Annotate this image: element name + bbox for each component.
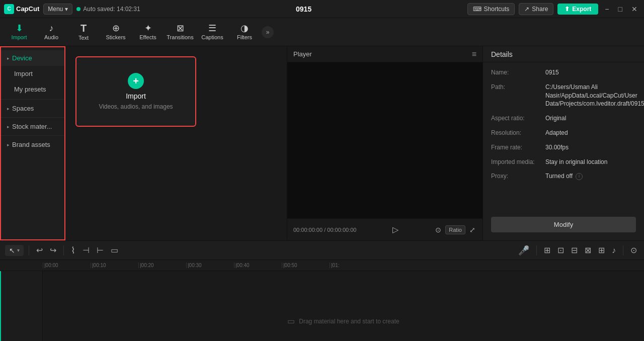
toolbar-audio[interactable]: ♪ Audio xyxy=(36,20,66,44)
audio-mix-button[interactable]: ♪ xyxy=(610,245,618,256)
cursor-tool[interactable]: ↖ ▾ xyxy=(5,245,24,256)
timeline-sep-2 xyxy=(63,245,64,255)
sidebar-brand-label: Brand assets xyxy=(12,141,50,148)
timeline-tracks-header xyxy=(0,271,43,341)
player-right-controls: ⊙ Ratio ⤢ xyxy=(434,225,476,234)
timeline-body: ▭ Drag material here and start to create xyxy=(0,271,644,341)
text-icon: T xyxy=(80,23,87,33)
export-button[interactable]: ⬆ Export xyxy=(557,4,598,15)
ruler-mark-20: |00:20 xyxy=(138,263,186,268)
detail-resolution-label: Resolution: xyxy=(491,129,541,136)
sidebar-stock-label: Stock mater... xyxy=(12,123,52,130)
toolbar-transitions[interactable]: ⊠ Transitions xyxy=(165,20,195,44)
toolbar-text-label: Text xyxy=(78,35,89,41)
maximize-button[interactable]: □ xyxy=(616,4,625,14)
player-menu-icon[interactable]: ≡ xyxy=(472,50,476,59)
detail-imported-value: Stay in original location xyxy=(545,158,636,166)
detail-name-label: Name: xyxy=(491,68,541,76)
split-button[interactable]: ⌇ xyxy=(69,244,77,257)
keyboard-icon: ⌨ xyxy=(473,6,481,13)
ratio-button[interactable]: Ratio xyxy=(445,225,465,234)
transitions-icon: ⊠ xyxy=(177,24,184,33)
undo-button[interactable]: ↩ xyxy=(34,244,45,256)
detail-aspect: Aspect ratio: Original xyxy=(491,114,636,123)
share-label: Share xyxy=(532,6,548,13)
toolbar-import-label: Import xyxy=(11,34,27,40)
toolbar-import[interactable]: ⬇ Import xyxy=(4,20,34,44)
title-bar-right: ⌨ Shortcuts ↗ Share ⬆ Export − □ ✕ xyxy=(467,3,640,15)
close-button[interactable]: ✕ xyxy=(629,4,640,14)
sidebar-section-device: ▸ Device Import My presets xyxy=(1,49,64,98)
link-button[interactable]: ⊟ xyxy=(569,244,580,256)
timeline-sep-3 xyxy=(536,245,537,255)
main-area: ▸ Device Import My presets ▸ Spaces ▸ St… xyxy=(0,46,644,240)
record-button[interactable]: ⊙ xyxy=(434,226,442,234)
captions-icon: ☰ xyxy=(208,24,216,33)
detail-path-value: C:/Users/Usman Ali Nasir/AppData/Local/C… xyxy=(545,83,644,108)
sidebar-item-import[interactable]: Import xyxy=(1,66,64,81)
detail-imported-label: Imported media: xyxy=(491,158,541,165)
toolbar-stickers[interactable]: ⊕ Stickers xyxy=(101,20,131,44)
sidebar-divider-1 xyxy=(1,99,64,100)
detail-name-value: 0915 xyxy=(545,68,636,77)
align-button[interactable]: ⊠ xyxy=(583,244,593,256)
player-header: Player ≡ xyxy=(287,46,482,62)
toolbar-more-button[interactable]: » xyxy=(262,26,274,38)
minimize-button[interactable]: − xyxy=(602,4,611,14)
timeline-drag-hint: ▭ Drag material here and start to create xyxy=(287,316,399,326)
player-screen xyxy=(287,62,482,218)
ruler-mark-50: |00:50 xyxy=(282,263,330,268)
import-drop-zone[interactable]: + Import Videos, audios, and images xyxy=(75,56,196,127)
snap-button[interactable]: ⊞ xyxy=(542,244,552,256)
player-controls: 00:00:00:00 / 00:00:00:00 ▷ ⊙ Ratio ⤢ xyxy=(287,218,482,240)
sidebar-item-brand-assets[interactable]: ▸ Brand assets xyxy=(1,137,64,152)
shortcuts-button[interactable]: ⌨ Shortcuts xyxy=(467,3,515,15)
trim-right-button[interactable]: ⊢ xyxy=(95,244,106,256)
sidebar-divider-3 xyxy=(1,135,64,136)
menu-chevron-icon: ▾ xyxy=(65,6,68,13)
detail-aspect-value: Original xyxy=(545,114,636,123)
menu-label: Menu xyxy=(48,6,63,13)
detail-framerate-value: 30.00fps xyxy=(545,143,636,152)
detail-proxy-value: Turned off i xyxy=(545,172,636,181)
sidebar-item-spaces[interactable]: ▸ Spaces xyxy=(1,101,64,116)
settings-button[interactable]: ⊙ xyxy=(628,244,639,256)
detail-framerate-label: Frame rate: xyxy=(491,143,541,151)
timeline-tracks[interactable]: ▭ Drag material here and start to create xyxy=(43,271,644,341)
sidebar-item-my-presets[interactable]: My presets xyxy=(1,81,64,97)
fullscreen-button[interactable]: ⤢ xyxy=(468,226,476,234)
toolbar-text[interactable]: T Text xyxy=(68,20,99,44)
app-name: CapCut xyxy=(16,5,39,13)
play-button[interactable]: ▷ xyxy=(392,225,398,234)
grid-button[interactable]: ⊞ xyxy=(596,244,607,256)
cursor-chevron: ▾ xyxy=(17,247,20,253)
detail-path: Path: C:/Users/Usman Ali Nasir/AppData/L… xyxy=(491,83,636,108)
share-icon: ↗ xyxy=(524,6,529,13)
player-time-total: 00:00:00:00 xyxy=(327,227,356,233)
toolbar-effects[interactable]: ✦ Effects xyxy=(133,20,163,44)
proxy-info-icon[interactable]: i xyxy=(576,173,583,180)
sidebar-item-device[interactable]: ▸ Device xyxy=(1,50,64,66)
trim-left-button[interactable]: ⊣ xyxy=(80,244,92,256)
crop-button[interactable]: ▭ xyxy=(109,244,120,256)
toolbar-transitions-label: Transitions xyxy=(167,34,193,40)
share-button[interactable]: ↗ Share xyxy=(519,3,553,15)
detail-name: Name: 0915 xyxy=(491,68,636,77)
sidebar-arrow-spaces: ▸ xyxy=(7,106,10,111)
toolbar-captions[interactable]: ☰ Captions xyxy=(197,20,227,44)
toolbar-filters[interactable]: ◑ Filters xyxy=(229,20,260,44)
redo-button[interactable]: ↪ xyxy=(48,244,58,256)
ripple-button[interactable]: ⊡ xyxy=(555,244,566,256)
title-bar: C CapCut Menu ▾ Auto saved: 14:02:31 091… xyxy=(0,0,644,18)
mic-button[interactable]: 🎤 xyxy=(516,244,531,257)
player-title: Player xyxy=(293,50,312,58)
sidebar-arrow-stock: ▸ xyxy=(7,124,10,129)
modify-button[interactable]: Modify xyxy=(491,217,636,232)
drag-hint-icon: ▭ xyxy=(287,316,295,326)
detail-framerate: Frame rate: 30.00fps xyxy=(491,143,636,152)
more-icon: » xyxy=(266,29,270,36)
sidebar-arrow-device: ▸ xyxy=(7,56,10,61)
menu-button[interactable]: Menu ▾ xyxy=(43,4,72,15)
sidebar-item-stock-material[interactable]: ▸ Stock mater... xyxy=(1,119,64,134)
detail-imported-media: Imported media: Stay in original locatio… xyxy=(491,158,636,166)
